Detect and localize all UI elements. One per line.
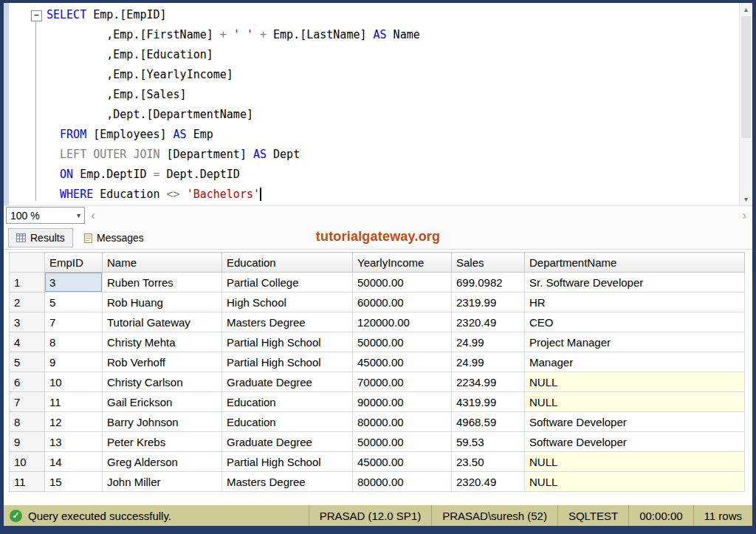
editor-vertical-scrollbar[interactable]: ▴ ▾ [739,3,752,205]
scroll-down-icon[interactable]: ▾ [740,193,752,205]
row-header[interactable]: 10 [10,452,45,472]
grid-cell[interactable]: 80000.00 [353,472,452,492]
grid-cell[interactable]: 12 [45,412,103,432]
grid-cell[interactable]: 7 [45,312,103,332]
scroll-right-icon[interactable]: › [736,207,752,225]
grid-cell[interactable]: 50000.00 [353,332,452,352]
code-line[interactable]: ON Emp.DeptID = Dept.DeptID [47,165,740,185]
row-header[interactable]: 5 [10,352,45,372]
grid-cell[interactable]: Gail Erickson [103,392,222,412]
scrollbar-thumb[interactable] [741,16,751,138]
grid-cell[interactable]: 2319.99 [452,292,525,312]
row-header[interactable]: 9 [10,432,45,452]
query-editor[interactable]: − SELECT Emp.[EmpID] ,Emp.[FirstName] + … [4,3,752,205]
column-header[interactable]: DepartmentName [525,253,745,273]
tab-messages[interactable]: Messages [76,228,152,247]
code-line[interactable]: ,Emp.[Education] [47,45,740,65]
grid-cell[interactable]: 70000.00 [353,372,452,392]
grid-cell[interactable]: NULL [525,392,745,412]
row-header[interactable]: 3 [10,312,45,332]
grid-cell[interactable]: Partial College [222,273,353,292]
row-header[interactable]: 1 [10,273,45,292]
grid-cell[interactable]: Ruben Torres [103,273,222,292]
grid-cell[interactable]: 10 [45,372,103,392]
grid-cell[interactable]: Manager [525,352,745,372]
grid-cell[interactable]: Partial High School [222,452,353,472]
grid-cell[interactable]: 14 [45,452,103,472]
grid-cell[interactable]: 2320.49 [452,312,525,332]
grid-cell[interactable]: Christy Carlson [103,372,222,392]
grid-cell[interactable]: 699.0982 [452,273,525,292]
grid-cell[interactable]: 24.99 [452,352,525,372]
grid-cell[interactable]: Graduate Degree [222,432,353,452]
grid-cell[interactable]: 15 [45,472,103,492]
column-header[interactable]: Sales [452,253,525,273]
grid-cell[interactable]: 13 [45,432,103,452]
tab-results[interactable]: Results [8,228,73,247]
grid-cell[interactable]: 2320.49 [452,472,525,492]
grid-cell[interactable]: Christy Mehta [103,332,222,352]
row-header[interactable]: 6 [10,372,45,392]
grid-cell[interactable]: Education [222,412,353,432]
code-line[interactable]: LEFT OUTER JOIN [Department] AS Dept [47,145,740,165]
zoom-selector[interactable]: 100 % ▾ [6,207,85,224]
grid-cell[interactable]: Software Developer [525,412,745,432]
grid-cell[interactable]: Partial High School [222,332,353,352]
column-header[interactable]: EmpID [45,253,103,273]
grid-cell[interactable]: Tutorial Gateway [103,312,222,332]
row-header[interactable]: 2 [10,292,45,312]
grid-cell[interactable]: 120000.00 [353,312,452,332]
grid-cell[interactable]: Software Developer [525,432,745,452]
grid-cell[interactable]: 80000.00 [353,412,452,432]
grid-cell[interactable]: CEO [525,312,745,332]
grid-cell[interactable]: 90000.00 [353,392,452,412]
grid-cell[interactable]: 60000.00 [353,292,452,312]
grid-cell[interactable]: Rob Huang [103,292,222,312]
grid-cell[interactable]: Masters Degree [222,312,353,332]
horizontal-scrollbar-track[interactable] [101,206,736,225]
grid-cell[interactable]: Masters Degree [222,472,353,492]
grid-cell[interactable]: 23.50 [452,452,525,472]
grid-cell[interactable]: 59.53 [452,432,525,452]
grid-cell[interactable]: Peter Krebs [103,432,222,452]
grid-cell[interactable]: 24.99 [452,332,525,352]
column-header[interactable]: YearlyIncome [353,253,452,273]
grid-cell[interactable]: 3 [45,273,103,292]
grid-cell[interactable]: Sr. Software Developer [525,273,745,292]
code-line[interactable]: SELECT Emp.[EmpID] [47,5,740,25]
grid-cell[interactable]: Partial High School [222,352,353,372]
grid-cell[interactable]: Rob Verhoff [103,352,222,372]
column-header[interactable]: Education [222,253,353,273]
column-header[interactable]: Name [103,253,222,273]
code-line[interactable]: ,Emp.[FirstName] + ' ' + Emp.[LastName] … [47,25,740,45]
grid-cell[interactable]: 45000.00 [353,452,452,472]
grid-cell[interactable]: Barry Johnson [103,412,222,432]
grid-cell[interactable]: 8 [45,332,103,352]
row-header[interactable]: 4 [10,332,45,352]
code-line[interactable]: ,Emp.[Sales] [47,85,740,105]
grid-cell[interactable]: 4319.99 [452,392,525,412]
grid-corner-cell[interactable] [10,253,45,273]
grid-cell[interactable]: HR [525,292,745,312]
grid-cell[interactable]: John Miller [103,472,222,492]
scroll-left-icon[interactable]: ‹ [85,207,101,225]
grid-cell[interactable]: 50000.00 [353,432,452,452]
grid-cell[interactable]: 45000.00 [353,352,452,372]
grid-cell[interactable]: 4968.59 [452,412,525,432]
grid-cell[interactable]: Education [222,392,353,412]
grid-cell[interactable]: 5 [45,292,103,312]
grid-cell[interactable]: NULL [525,472,745,492]
grid-cell[interactable]: Graduate Degree [222,372,353,392]
grid-cell[interactable]: High School [222,292,353,312]
row-header[interactable]: 11 [10,472,45,492]
grid-cell[interactable]: NULL [525,372,745,392]
grid-cell[interactable]: NULL [525,452,745,472]
row-header[interactable]: 7 [10,392,45,412]
code-line[interactable]: ,Emp.[YearlyIncome] [47,65,740,85]
grid-cell[interactable]: 2234.99 [452,372,525,392]
code-line[interactable]: ,Dept.[DepartmentName] [47,105,740,125]
code-line[interactable]: WHERE Education <> 'Bachelors' [47,185,740,205]
row-header[interactable]: 8 [10,412,45,432]
scroll-up-icon[interactable]: ▴ [740,3,752,16]
grid-cell[interactable]: Project Manager [525,332,745,352]
